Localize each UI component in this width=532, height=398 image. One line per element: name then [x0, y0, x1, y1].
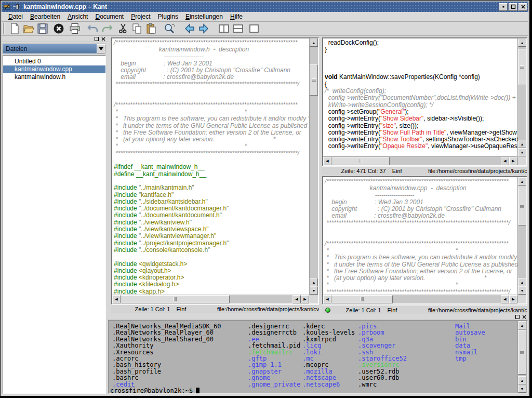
kant-window: kantmainwindow.cpp – Kant DateiBearbeite… [1, 1, 529, 396]
titlebar[interactable]: kantmainwindow.cpp – Kant [2, 2, 528, 12]
terminal-content[interactable]: crossfire@babylon2k:~$ .RealNetworks_Rea… [110, 321, 516, 393]
scroll-right-button[interactable]: ▶ [301, 295, 309, 303]
split-vertical-button[interactable] [217, 22, 231, 35]
menu-item-bearbeiten[interactable]: Bearbeiten [26, 12, 64, 21]
paste-button[interactable] [144, 22, 158, 35]
scroll-up-button[interactable]: ▲ [518, 177, 526, 185]
file-list-item[interactable]: kantmainwindow.cpp [3, 65, 105, 73]
menu-item-hilfe[interactable]: Hilfe [227, 12, 246, 21]
editor-center-vscrollbar[interactable]: ▲▲▼ [309, 38, 318, 295]
scroll-up-button[interactable]: ▲ [518, 321, 526, 329]
maximize-button[interactable] [509, 3, 517, 11]
close-document-button[interactable] [51, 22, 65, 35]
close-current-view-button[interactable] [247, 22, 261, 35]
scrollbar-thumb[interactable] [518, 330, 526, 375]
code-line: #include "../main/kantmain.h" [114, 184, 309, 191]
scroll-right-button[interactable]: ▶ [509, 157, 517, 165]
file-list[interactable]: Untitled 0kantmainwindow.cppkantmainwind… [3, 55, 106, 394]
search-icon [163, 22, 176, 35]
editor-right-bottom[interactable]: /***************************************… [322, 176, 527, 304]
terminal[interactable]: crossfire@babylon2k:~$ .RealNetworks_Rea… [108, 320, 528, 394]
file-list-item[interactable]: Untitled 0 [3, 58, 105, 65]
scrollbar-thumb[interactable] [121, 295, 230, 303]
scroll-right-button[interactable]: ▶ [509, 295, 517, 303]
scrollbar-thumb[interactable] [310, 64, 318, 96]
close-button[interactable] [518, 3, 527, 11]
redo-button[interactable] [100, 22, 114, 35]
open-document-button[interactable] [21, 22, 35, 35]
dock-float-button[interactable] [94, 36, 99, 42]
print-icon [69, 22, 81, 35]
back-button[interactable] [182, 22, 196, 35]
undo-button[interactable] [86, 22, 100, 35]
scroll-up-button[interactable]: ▲ [518, 38, 526, 47]
editor-right-top[interactable]: readDockConfig();} void KantMainWindow::… [322, 37, 527, 166]
paste-icon [145, 22, 157, 35]
file-list-item[interactable]: kantmainwindow.h [3, 73, 105, 81]
scroll-up-button[interactable]: ▲ [518, 140, 526, 148]
new-document-button[interactable] [7, 22, 21, 35]
code-line: * (at your option) any later version. * [325, 275, 517, 282]
close-view-icon [248, 22, 260, 35]
menu-item-plugins[interactable]: Plugins [154, 12, 182, 21]
menu-item-document[interactable]: Document [91, 12, 127, 21]
scroll-left-button[interactable]: ◀ [112, 295, 121, 303]
dock-close-button[interactable] [101, 36, 106, 42]
menu-item-datei[interactable]: Datei [5, 12, 26, 21]
scroll-left-button[interactable]: ◀ [501, 295, 509, 303]
scrollbar-thumb[interactable] [518, 187, 526, 225]
scroll-down-button[interactable]: ▼ [518, 148, 526, 156]
save-document-button[interactable] [35, 22, 49, 35]
scroll-down-button[interactable]: ▼ [518, 286, 526, 295]
editor-right-top-code[interactable]: readDockConfig();} void KantMainWindow::… [323, 38, 517, 156]
scrollbar-thumb[interactable] [518, 49, 526, 85]
code-line [325, 233, 517, 240]
editor-right-bottom-hscrollbar[interactable]: ◀◀▶ [323, 295, 517, 303]
sidebar-dock-header[interactable] [2, 36, 108, 42]
editor-center-code[interactable]: /***************************************… [112, 38, 309, 295]
chevron-down-icon[interactable] [97, 44, 105, 54]
sticky-pin-icon[interactable] [12, 3, 20, 11]
editor-right-top-vscrollbar[interactable]: ▲▲▼ [517, 38, 526, 156]
scroll-down-button[interactable]: ▼ [310, 286, 318, 295]
minimize-button[interactable] [499, 3, 508, 11]
code-line: /* writeConfig(config); [325, 88, 517, 95]
forward-button[interactable] [196, 22, 210, 35]
scroll-down-button[interactable]: ▼ [518, 384, 526, 393]
scroll-left-button[interactable]: ◀ [323, 157, 331, 165]
scroll-up-button[interactable]: ▲ [518, 278, 526, 286]
editor-center-hscrollbar[interactable]: ◀◀▶ [112, 295, 309, 303]
terminal-vscrollbar[interactable]: ▲▲▼ [517, 321, 526, 393]
find-button[interactable] [162, 22, 176, 35]
sidebar-dock: Dateien Untitled 0kantmainwindow.cppkant… [2, 36, 108, 395]
menu-item-project[interactable]: Project [127, 12, 154, 21]
menu-item-ansicht[interactable]: Ansicht [64, 12, 91, 21]
scroll-left-button[interactable]: ◀ [501, 157, 509, 165]
dock-float-button[interactable] [515, 314, 520, 320]
code-line: ------------------- [114, 54, 309, 60]
copy-button[interactable] [130, 22, 144, 35]
code-line: readDockConfig(); [325, 39, 517, 46]
toolbar-handle[interactable] [3, 23, 5, 34]
code-line: #include <qwidgetstack.h> [114, 261, 309, 268]
editor-right-top-hscrollbar[interactable]: ◀◀▶ [323, 156, 517, 165]
sidebar-selector-combobox[interactable]: Dateien [3, 44, 106, 54]
terminal-dock-header[interactable] [108, 314, 528, 320]
cut-button[interactable] [116, 22, 130, 35]
code-line: config->writeEntry("Show Full Path in Ti… [325, 129, 517, 136]
scroll-left-button[interactable]: ◀ [323, 295, 331, 303]
scrollbar-thumb[interactable] [331, 295, 393, 303]
editor-right-bottom-code[interactable]: /***************************************… [323, 177, 517, 295]
print-button[interactable] [68, 22, 82, 35]
scrollbar-thumb[interactable] [331, 157, 390, 165]
dock-close-button[interactable] [522, 314, 527, 320]
scroll-left-button[interactable]: ◀ [292, 295, 301, 303]
scroll-up-button[interactable]: ▲ [310, 278, 318, 286]
editor-right-bottom-vscrollbar[interactable]: ▲▲▼ [517, 177, 526, 295]
scroll-up-button[interactable]: ▲ [518, 376, 526, 384]
menu-item-einstellungen[interactable]: Einstellungen [182, 12, 227, 21]
splitter-sidebar-editor[interactable] [108, 36, 111, 314]
editor-center[interactable]: /***************************************… [111, 37, 319, 304]
split-horizontal-button[interactable] [231, 22, 245, 35]
scroll-up-button[interactable]: ▲ [310, 38, 318, 47]
